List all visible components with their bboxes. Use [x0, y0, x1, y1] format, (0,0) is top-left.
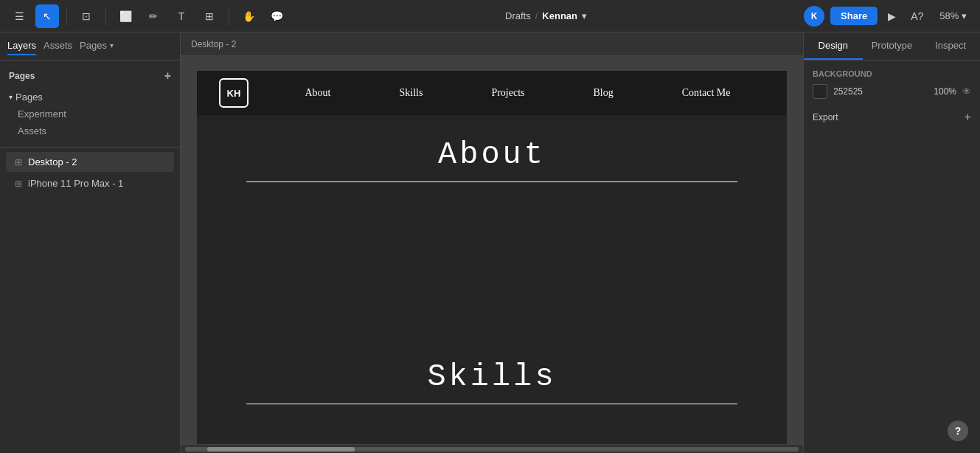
- design-navbar: KH About Skills Projects Blog Contact Me: [197, 71, 787, 115]
- assets-tab[interactable]: Assets: [44, 37, 72, 55]
- accessibility-button[interactable]: A?: [906, 7, 928, 25]
- experiment-page-item[interactable]: Experiment: [0, 106, 180, 122]
- panel-divider: [0, 147, 180, 148]
- background-hex[interactable]: 252525: [833, 86, 928, 97]
- right-panel-content: Background 252525 100% 👁 Export +: [804, 60, 980, 453]
- design-about-section: About: [197, 115, 787, 219]
- background-color-swatch[interactable]: [813, 84, 827, 99]
- background-section: Background 252525 100% 👁: [813, 69, 971, 99]
- pages-group-header[interactable]: ▾ Pages: [0, 89, 180, 106]
- skills-title: Skills: [427, 359, 556, 395]
- toolbar-breadcrumb: Drafts / Kennan ▾: [293, 10, 799, 21]
- skills-divider: [246, 404, 737, 404]
- design-nav-links: About Skills Projects Blog Contact Me: [271, 87, 765, 99]
- zoom-control[interactable]: 58% ▾: [934, 7, 973, 24]
- breadcrumb-slash: /: [535, 10, 538, 21]
- pages-chevron-down: ▾: [9, 93, 13, 101]
- about-divider: [246, 181, 737, 182]
- comment-tool-btn[interactable]: 💬: [265, 4, 288, 28]
- pages-section-label: Pages: [9, 71, 35, 81]
- frame-icon-2: ⊞: [15, 179, 22, 189]
- design-tab[interactable]: Design: [804, 32, 863, 60]
- pages-group-label: Pages: [15, 91, 43, 103]
- desktop-2-label: Desktop - 2: [28, 156, 77, 167]
- frame-tool-btn[interactable]: ⊡: [74, 4, 98, 28]
- zoom-label: 58%: [939, 10, 959, 21]
- frame-icon-1: ⊞: [15, 157, 22, 167]
- canvas-viewport[interactable]: KH About Skills Projects Blog Contact Me…: [181, 56, 803, 444]
- canvas-breadcrumb: Desktop - 2: [181, 32, 803, 56]
- nav-contact[interactable]: Contact Me: [682, 87, 731, 99]
- shape-tool-btn[interactable]: ⬜: [114, 4, 137, 28]
- vector-tool-btn[interactable]: ✏: [142, 4, 165, 28]
- visibility-toggle[interactable]: 👁: [962, 86, 971, 97]
- toolbar-sep-1: [66, 7, 67, 25]
- toolbar-sep-2: [105, 7, 106, 25]
- play-button[interactable]: ▶: [883, 7, 900, 25]
- pages-list: ▾ Pages Experiment Assets: [0, 86, 180, 142]
- background-row: 252525 100% 👁: [813, 84, 971, 99]
- nav-skills[interactable]: Skills: [400, 87, 423, 99]
- pages-group: ▾ Pages Experiment Assets: [0, 87, 180, 141]
- right-panel-tabs: Design Prototype Inspect: [804, 32, 980, 60]
- canvas-empty-space: [197, 219, 787, 337]
- layers-tab[interactable]: Layers: [7, 37, 36, 55]
- iphone-pro-max-frame-item[interactable]: ⊞ iPhone 11 Pro Max - 1: [6, 173, 174, 193]
- iphone-pro-max-label: iPhone 11 Pro Max - 1: [28, 178, 123, 189]
- design-skills-section: Skills: [197, 337, 787, 441]
- nav-blog[interactable]: Blog: [594, 87, 614, 99]
- export-label: Export: [813, 112, 838, 122]
- assets-page-item[interactable]: Assets: [0, 122, 180, 139]
- desktop-2-frame-item[interactable]: ⊞ Desktop - 2: [6, 152, 174, 172]
- breadcrumb-chevron[interactable]: ▾: [582, 10, 587, 21]
- nav-about[interactable]: About: [305, 87, 331, 99]
- add-page-button[interactable]: +: [164, 69, 171, 83]
- design-logo: KH: [219, 78, 249, 108]
- breadcrumb-drafts[interactable]: Drafts: [505, 10, 531, 21]
- scrollbar-track: [185, 447, 799, 452]
- breadcrumb-page[interactable]: Kennan: [542, 10, 577, 21]
- add-export-button[interactable]: +: [965, 111, 971, 124]
- inspect-tab[interactable]: Inspect: [921, 32, 980, 60]
- text-tool-btn[interactable]: T: [170, 4, 193, 28]
- pages-tab-chevron: ▾: [110, 41, 114, 49]
- about-title: About: [438, 137, 546, 173]
- menu-tool-btn[interactable]: ☰: [7, 4, 31, 28]
- pages-section-header: Pages +: [0, 66, 180, 86]
- hand-tool-btn[interactable]: ✋: [237, 4, 260, 28]
- prototype-tab[interactable]: Prototype: [863, 32, 922, 60]
- toolbar: ☰ ↖ ⊡ ⬜ ✏ T ⊞ ✋ 💬 Drafts / Kennan ▾ K Sh…: [0, 0, 980, 32]
- component-tool-btn[interactable]: ⊞: [198, 4, 221, 28]
- left-panel: Layers Assets Pages ▾ Pages + ▾ Page: [0, 32, 181, 453]
- background-label: Background: [813, 69, 971, 78]
- share-button[interactable]: Share: [830, 7, 878, 25]
- toolbar-sep-3: [229, 7, 229, 25]
- zoom-chevron: ▾: [962, 10, 967, 21]
- background-opacity: 100%: [934, 86, 956, 97]
- canvas-scrollbar[interactable]: [181, 444, 803, 453]
- help-button[interactable]: ?: [948, 421, 968, 441]
- select-tool-btn[interactable]: ↖: [35, 4, 59, 28]
- scrollbar-thumb[interactable]: [207, 447, 355, 452]
- pages-tab[interactable]: Pages ▾: [80, 37, 114, 55]
- canvas-breadcrumb-text: Desktop - 2: [191, 39, 236, 49]
- right-panel: Design Prototype Inspect Background 2525…: [803, 32, 980, 453]
- export-header: Export +: [813, 111, 971, 124]
- left-panel-tabs: Layers Assets Pages ▾: [0, 32, 180, 60]
- canvas-frame: KH About Skills Projects Blog Contact Me…: [197, 71, 787, 444]
- main-row: Layers Assets Pages ▾ Pages + ▾ Page: [0, 32, 980, 453]
- nav-projects[interactable]: Projects: [491, 87, 524, 99]
- user-avatar[interactable]: K: [804, 6, 824, 27]
- toolbar-right: K Share ▶ A? 58% ▾: [804, 6, 973, 27]
- canvas-area: Desktop - 2 KH About Skills Projects Blo…: [181, 32, 803, 453]
- export-section: Export +: [813, 111, 971, 124]
- layers-content: Pages + ▾ Pages Experiment Assets: [0, 60, 180, 201]
